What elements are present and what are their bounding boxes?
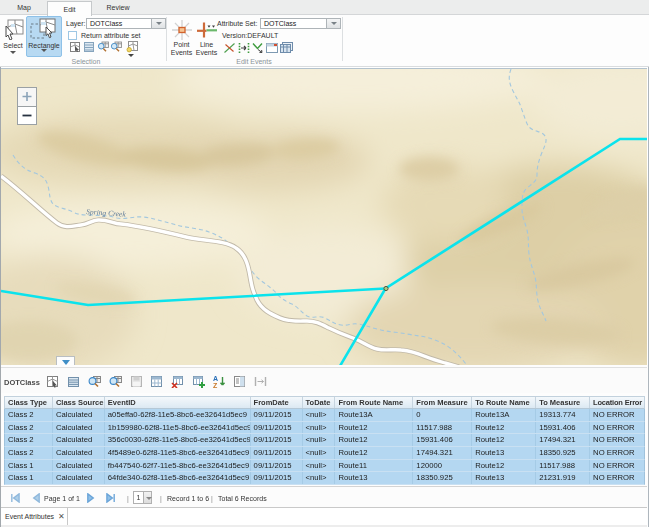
svg-text:A: A [213, 375, 218, 382]
svg-text:Z: Z [213, 382, 218, 388]
